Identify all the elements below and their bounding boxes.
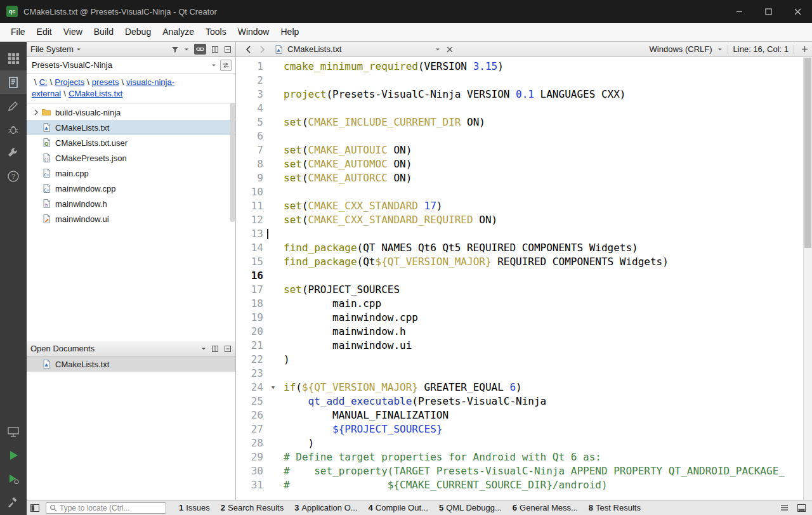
line-number[interactable]: 30 xyxy=(236,464,263,478)
debug-mode-icon[interactable] xyxy=(0,117,27,141)
tree-item-cmakelists-txt[interactable]: CMakeLists.txt xyxy=(27,356,235,372)
code-line[interactable]: # ${CMAKE_CURRENT_SOURCE_DIR}/android) xyxy=(284,478,803,492)
forward-icon[interactable] xyxy=(255,46,269,53)
line-number[interactable]: 5 xyxy=(236,115,263,129)
line-number[interactable]: 9 xyxy=(236,171,263,185)
code-line[interactable] xyxy=(284,227,803,241)
menu-help[interactable]: Help xyxy=(275,23,304,41)
project-selector[interactable]: Presets-VisualC-Ninja xyxy=(27,57,235,74)
line-number[interactable]: 13 xyxy=(236,227,263,241)
code-line[interactable]: main.cpp xyxy=(284,297,803,311)
run-icon[interactable] xyxy=(0,443,27,467)
title-bar[interactable]: qc CMakeLists.txt @ Presets-VisualC-Ninj… xyxy=(0,0,812,23)
tree-item-mainwindow-cpp[interactable]: C+mainwindow.cpp xyxy=(27,181,235,196)
editor-scrollbar[interactable] xyxy=(803,57,812,500)
line-number[interactable]: 14 xyxy=(236,241,263,255)
code-line[interactable]: # Define target properties for Android w… xyxy=(284,450,803,464)
close-panel-icon[interactable] xyxy=(224,46,232,53)
code-line[interactable]: set(CMAKE_AUTOMOC ON) xyxy=(284,157,803,171)
code-line[interactable] xyxy=(284,367,803,381)
menu-tools[interactable]: Tools xyxy=(200,23,232,41)
output-pane-issues[interactable]: 1Issues xyxy=(179,503,210,512)
code-line[interactable]: if(${QT_VERSION_MAJOR} GREATER_EQUAL 6) xyxy=(284,381,803,394)
kit-selector-icon[interactable] xyxy=(0,420,27,443)
breadcrumb-link-c[interactable]: C: xyxy=(39,77,48,87)
line-number[interactable]: 18 xyxy=(236,297,263,311)
output-pane-application-o[interactable]: 3Application O... xyxy=(294,503,357,512)
sidebar-toggle-icon[interactable] xyxy=(30,504,39,512)
code-line[interactable]: project(Presets-VisualC-Ninja VERSION 0.… xyxy=(284,88,803,101)
line-number[interactable]: 15 xyxy=(236,255,263,269)
sync-folder-icon[interactable] xyxy=(220,60,232,71)
menu-build[interactable]: Build xyxy=(88,23,119,41)
fold-marker-icon[interactable]: ▾ xyxy=(272,381,275,394)
menu-analyze[interactable]: Analyze xyxy=(157,23,200,41)
output-pane-search-results[interactable]: 2Search Results xyxy=(221,503,284,512)
link-editor-icon[interactable] xyxy=(194,44,206,55)
locator-input[interactable] xyxy=(60,504,162,512)
close-document-icon[interactable] xyxy=(447,46,453,53)
output-pane-test-results[interactable]: 8Test Results xyxy=(589,503,641,512)
expander-chevron-icon[interactable] xyxy=(32,109,41,115)
split-icon[interactable] xyxy=(211,345,219,353)
line-number[interactable]: 2 xyxy=(236,74,263,88)
panel-title[interactable]: File System xyxy=(30,44,74,54)
output-pane-general-mess[interactable]: 6General Mess... xyxy=(513,503,578,512)
edit-mode-icon[interactable] xyxy=(0,70,27,94)
scrollbar-thumb[interactable] xyxy=(804,58,811,248)
menu-view[interactable]: View xyxy=(58,23,88,41)
code-line[interactable] xyxy=(284,129,803,143)
line-number[interactable]: 22 xyxy=(236,353,263,367)
code-line[interactable]: mainwindow.h xyxy=(284,325,803,339)
line-number[interactable]: 28 xyxy=(236,436,263,450)
line-number[interactable]: 21 xyxy=(236,339,263,353)
menu-window[interactable]: Window xyxy=(232,23,275,41)
build-icon[interactable] xyxy=(0,490,27,514)
code-line[interactable]: ${PROJECT_SOURCES} xyxy=(284,422,803,436)
close-icon[interactable] xyxy=(783,0,812,23)
split-new-icon[interactable] xyxy=(799,46,809,53)
line-number[interactable]: 6 xyxy=(236,129,263,143)
line-number[interactable]: 1 xyxy=(236,60,263,74)
debug-run-icon[interactable] xyxy=(0,467,27,490)
code-line[interactable]: ) xyxy=(284,436,803,450)
document-dropdown[interactable]: CMakeLists.txt xyxy=(274,44,440,55)
line-number[interactable]: 16 xyxy=(236,269,263,283)
code-line[interactable]: mainwindow.cpp xyxy=(284,311,803,325)
design-mode-icon[interactable] xyxy=(0,94,27,117)
line-number[interactable]: 26 xyxy=(236,408,263,422)
welcome-grid-icon[interactable] xyxy=(0,47,27,70)
split-icon[interactable] xyxy=(211,46,219,53)
line-number[interactable]: 20 xyxy=(236,325,263,339)
line-number[interactable]: 10 xyxy=(236,185,263,199)
tree-item-cmakelists-txt[interactable]: CMakeLists.txt xyxy=(27,120,235,135)
code-line[interactable]: mainwindow.ui xyxy=(284,339,803,353)
line-number[interactable]: 31 xyxy=(236,478,263,492)
minimize-icon[interactable] xyxy=(724,0,754,23)
code-line[interactable]: set(CMAKE_AUTORCC ON) xyxy=(284,171,803,185)
line-number[interactable]: 19 xyxy=(236,311,263,325)
line-number[interactable]: 25 xyxy=(236,394,263,408)
line-number[interactable]: 4 xyxy=(236,101,263,115)
code-lines[interactable]: cmake_minimum_required(VERSION 3.15)proj… xyxy=(279,57,803,500)
menu-file[interactable]: File xyxy=(5,23,31,41)
breadcrumb-link-cmakelists-txt[interactable]: CMakeLists.txt xyxy=(69,89,122,98)
line-number[interactable]: 27 xyxy=(236,422,263,436)
code-line[interactable]: qt_add_executable(Presets-VisualC-Ninja xyxy=(284,394,803,408)
code-line[interactable] xyxy=(284,101,803,115)
menu-debug[interactable]: Debug xyxy=(119,23,157,41)
line-ending-selector[interactable]: Windows (CRLF) xyxy=(650,44,712,54)
help-mode-icon[interactable]: ? xyxy=(0,164,27,188)
line-number[interactable]: 8 xyxy=(236,157,263,171)
line-number[interactable]: 3 xyxy=(236,88,263,101)
output-panel-icon[interactable] xyxy=(797,504,806,512)
output-pane-compile-out[interactable]: 4Compile Out... xyxy=(369,503,428,512)
breadcrumb-link-presets[interactable]: presets xyxy=(92,77,119,87)
code-line[interactable]: set(CMAKE_INCLUDE_CURRENT_DIR ON) xyxy=(284,115,803,129)
line-number[interactable]: 17 xyxy=(236,283,263,297)
code-line[interactable]: set(PROJECT_SOURCES xyxy=(284,283,803,297)
code-line[interactable]: cmake_minimum_required(VERSION 3.15) xyxy=(284,60,803,74)
caret-down-icon[interactable] xyxy=(201,346,206,351)
line-number[interactable]: 12 xyxy=(236,213,263,227)
line-number[interactable]: 23 xyxy=(236,367,263,381)
